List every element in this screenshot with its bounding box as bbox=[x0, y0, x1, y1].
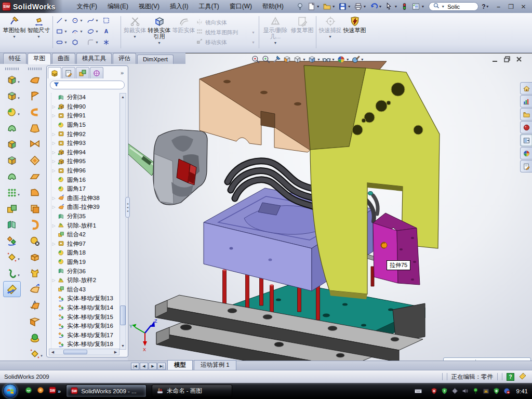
doc-nav-3[interactable]: ▶| bbox=[157, 363, 166, 370]
doc-nav-2[interactable]: ▶ bbox=[149, 363, 157, 370]
tab-草图[interactable]: 草图 bbox=[28, 53, 51, 64]
sketch-fillet-icon[interactable]: ▼ bbox=[87, 38, 102, 46]
tree-item[interactable]: ▷拉伸92 bbox=[51, 129, 119, 139]
rectangle-icon[interactable]: ▼ bbox=[56, 28, 71, 35]
shell-icon[interactable] bbox=[3, 168, 21, 184]
tree-item[interactable]: ▷切除-放样1 bbox=[51, 221, 119, 230]
doc-minimize-button[interactable] bbox=[491, 56, 499, 64]
tree-item[interactable]: 实体-移动/复制14 bbox=[51, 303, 119, 313]
swept-boss-icon[interactable] bbox=[3, 120, 21, 136]
tree-item[interactable]: 圆角19 bbox=[51, 258, 119, 267]
zoom-fit-icon[interactable] bbox=[251, 55, 260, 64]
surface-extrude-icon[interactable] bbox=[26, 72, 44, 88]
menu-F[interactable]: 文件(F) bbox=[72, 1, 102, 12]
rebuild-icon[interactable] bbox=[399, 2, 410, 11]
volume-icon[interactable] bbox=[461, 387, 469, 395]
open-icon[interactable]: ▼ bbox=[322, 2, 337, 11]
feature-tree[interactable]: 分割34▷拉伸90▷拉伸91圆角15▷拉伸92▷拉伸93▷拉伸94▷拉伸95▷拉… bbox=[51, 93, 119, 350]
status-help-icon[interactable]: ? bbox=[507, 373, 514, 381]
home-tab[interactable] bbox=[520, 82, 532, 95]
undo-icon[interactable]: ▼ bbox=[368, 2, 383, 11]
tree-item[interactable]: ▷拉伸95 bbox=[51, 157, 119, 166]
剪裁实体-button[interactable]: 剪裁实体▼ bbox=[123, 14, 147, 50]
help-button[interactable]: ? bbox=[482, 3, 485, 10]
tree-filter-input[interactable] bbox=[50, 81, 125, 89]
menu-H[interactable]: 帮助(H) bbox=[258, 1, 288, 12]
close-button[interactable]: ✕ bbox=[520, 3, 528, 10]
hscroll-thumb[interactable] bbox=[63, 350, 87, 354]
显示/删除几...-button[interactable]: 显示/删除几...▼ bbox=[261, 14, 290, 50]
file-explorer-tab[interactable] bbox=[520, 108, 532, 121]
line-icon[interactable]: ▼ bbox=[56, 17, 71, 24]
tree-item[interactable]: 组合43 bbox=[51, 285, 119, 294]
tree-item[interactable]: ▷拉伸94 bbox=[51, 148, 119, 157]
tree-item[interactable]: 组合42 bbox=[51, 230, 119, 240]
combine-bodies-icon[interactable] bbox=[3, 201, 21, 217]
tree-item[interactable]: 圆角18 bbox=[51, 248, 119, 258]
tree-item[interactable]: 分割34 bbox=[51, 93, 119, 102]
help-caret-icon[interactable]: ▼ bbox=[486, 5, 489, 8]
defender-icon[interactable] bbox=[493, 387, 500, 395]
circle-icon[interactable]: ▼ bbox=[71, 17, 87, 24]
extruded-cut-icon[interactable]: ▼ bbox=[3, 88, 21, 104]
scroll-up-arrow[interactable]: ▲ bbox=[120, 94, 126, 100]
model-yoke-bracket[interactable] bbox=[304, 65, 440, 299]
display-style-icon[interactable]: ▼ bbox=[293, 55, 306, 64]
pushpin-icon[interactable] bbox=[295, 2, 305, 11]
menu-I[interactable]: 插入(I) bbox=[165, 1, 193, 12]
ime-keyboard-icon[interactable] bbox=[414, 387, 422, 395]
dimxpertmanager-tab[interactable] bbox=[90, 67, 103, 78]
menu-W[interactable]: 窗口(W) bbox=[225, 1, 257, 12]
hide-show-items-icon[interactable]: ▼ bbox=[322, 55, 335, 64]
ellipse-icon[interactable]: ▼ bbox=[87, 28, 102, 35]
instant3d-icon[interactable] bbox=[3, 281, 21, 297]
tree-item[interactable]: 分割35 bbox=[51, 212, 119, 221]
text-icon[interactable]: A bbox=[102, 28, 118, 35]
messenger-icon[interactable] bbox=[24, 386, 33, 396]
apply-scene-icon[interactable]: ▼ bbox=[337, 55, 350, 64]
delete-face-icon[interactable] bbox=[26, 281, 44, 297]
view-palette-tab[interactable] bbox=[520, 134, 532, 147]
tab-评估[interactable]: 评估 bbox=[113, 53, 136, 64]
spline-icon[interactable]: ▼ bbox=[87, 17, 102, 24]
tree-item[interactable]: ▷拉伸93 bbox=[51, 139, 119, 148]
fm-tab-overflow[interactable]: » bbox=[121, 70, 124, 76]
doc-nav-1[interactable]: ◀ bbox=[140, 363, 148, 370]
boundary-boss-icon[interactable] bbox=[3, 152, 21, 168]
antivirus-icon[interactable] bbox=[441, 387, 448, 395]
menu-E[interactable]: 编辑(E) bbox=[103, 1, 133, 12]
doc-close-button[interactable] bbox=[515, 56, 523, 64]
scroll-left-arrow[interactable]: ◀ bbox=[49, 350, 56, 354]
等距实体-button[interactable]: 等距实体 bbox=[171, 14, 196, 50]
configurationmanager-tab[interactable] bbox=[76, 67, 89, 78]
parting-surface-icon[interactable] bbox=[26, 329, 44, 345]
model-clamp-unit[interactable] bbox=[128, 130, 207, 205]
tree-item[interactable]: ▷拉伸97 bbox=[51, 240, 119, 249]
point-icon[interactable] bbox=[102, 38, 118, 46]
search-caret-icon[interactable]: ▼ bbox=[441, 5, 445, 8]
linear-pattern-icon[interactable]: ▼ bbox=[3, 184, 21, 201]
edit-appearance-icon[interactable]: ▼ bbox=[351, 55, 364, 64]
tab-DimXpert[interactable]: DimXpert bbox=[137, 55, 174, 64]
taskbar-button[interactable]: SWSolidWorks 2009 - ... bbox=[66, 384, 147, 397]
move-entities-button[interactable]: 移动实体▼ bbox=[196, 38, 257, 46]
tree-horizontal-scrollbar[interactable]: ◀ ▶ bbox=[49, 349, 119, 355]
doc-nav-0[interactable]: |◀ bbox=[131, 363, 139, 370]
fillet-icon[interactable]: ▼ bbox=[3, 104, 21, 120]
ruled-surface-icon[interactable] bbox=[26, 313, 44, 329]
tree-item[interactable]: ▷拉伸91 bbox=[51, 111, 119, 121]
tab-特征[interactable]: 特征 bbox=[3, 53, 26, 64]
zoom-area-icon[interactable] bbox=[262, 55, 271, 64]
doc-restore-button[interactable] bbox=[503, 56, 511, 64]
start-button[interactable] bbox=[3, 384, 17, 398]
arc-icon[interactable]: ▼ bbox=[71, 28, 87, 35]
tree-item[interactable]: ▷拉伸96 bbox=[51, 166, 119, 176]
doc-tab-运动算例 1[interactable]: 运动算例 1 bbox=[194, 360, 236, 370]
sw-resources-tab[interactable] bbox=[520, 121, 532, 134]
surface-sparkle-icon[interactable]: ▼ bbox=[26, 345, 44, 362]
surface-revolve-icon[interactable] bbox=[26, 88, 44, 104]
options-icon[interactable]: ▼ bbox=[410, 2, 425, 11]
vpn-pin-icon[interactable] bbox=[472, 387, 480, 395]
warning-icon[interactable] bbox=[482, 387, 490, 395]
app-icon[interactable] bbox=[36, 386, 45, 396]
